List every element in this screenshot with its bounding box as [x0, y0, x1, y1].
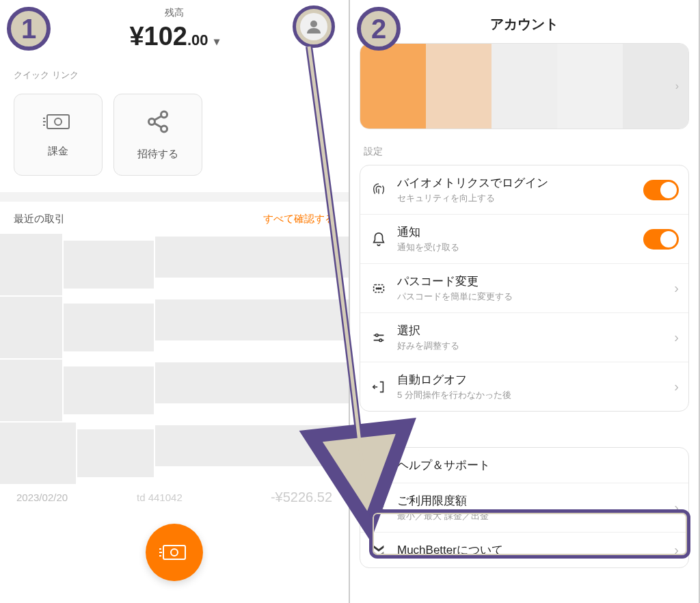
help-icon: ?	[370, 458, 388, 473]
info-group: ? ヘルプ＆サポート ご利用限度額最小／最大 課金／出金 › MuchBette…	[360, 447, 689, 568]
logout-icon	[370, 379, 388, 394]
passcode-icon	[370, 281, 388, 296]
step-badge-1: 1	[7, 7, 51, 51]
info-limits[interactable]: ご利用限度額最小／最大 課金／出金 ›	[360, 483, 688, 533]
svg-rect-1	[47, 115, 69, 129]
cash-icon	[43, 112, 73, 134]
svg-point-22	[375, 334, 378, 336]
settings-notifications[interactable]: 通知通知を受け取る	[360, 215, 688, 264]
transfer-icon	[370, 500, 388, 515]
cash-icon	[159, 543, 189, 562]
fab-deposit-button[interactable]	[146, 524, 203, 581]
svg-line-9	[154, 116, 162, 120]
settings-biometrics[interactable]: バイオメトリクスでログインセキュリティを向上する	[360, 165, 688, 215]
transaction-row[interactable]	[0, 234, 349, 295]
svg-point-23	[379, 338, 382, 341]
fingerprint-icon	[370, 183, 388, 198]
brand-icon	[370, 543, 388, 558]
transaction-row[interactable]	[0, 423, 349, 484]
balance-cents: .00	[187, 31, 208, 49]
transaction-id: td 441042	[137, 492, 183, 503]
svg-text:?: ?	[376, 460, 381, 470]
quick-invite-button[interactable]: 招待する	[113, 94, 202, 176]
settings-group: バイオメトリクスでログインセキュリティを向上する 通知通知を受け取る パスコード…	[360, 165, 689, 412]
settings-auto-logoff[interactable]: 自動ログオフ5 分間操作を行わなかった後 ›	[360, 362, 688, 411]
quick-deposit-label: 課金	[48, 145, 68, 158]
settings-passcode[interactable]: パスコード変更パスコードを簡単に変更する ›	[360, 264, 688, 313]
divider	[0, 192, 349, 202]
transaction-date: 2023/02/20	[16, 492, 68, 503]
recent-transactions-label: 最近の取引	[14, 213, 65, 226]
chevron-right-icon: ›	[674, 542, 679, 558]
svg-point-6	[161, 111, 167, 118]
bell-icon	[370, 232, 388, 247]
chevron-right-icon: ›	[674, 280, 679, 296]
toggle-on[interactable]	[643, 180, 679, 200]
transaction-amount: -¥5226.52	[271, 490, 332, 505]
svg-point-7	[149, 118, 155, 124]
chevron-right-icon: ›	[675, 80, 679, 92]
balance-selector[interactable]: ¥102.00 ▾	[129, 22, 219, 51]
info-group-label: 情報	[350, 424, 699, 447]
svg-point-18	[378, 288, 379, 289]
see-all-link[interactable]: すべて確認する	[263, 213, 335, 226]
svg-line-10	[154, 123, 162, 127]
info-about[interactable]: MuchBetterについて ›	[360, 533, 688, 567]
svg-rect-11	[163, 546, 185, 559]
account-panel: 2 アカウント › 設定 バイオメトリクスでログインセキュリティを向上する 通知…	[350, 0, 700, 603]
info-help[interactable]: ? ヘルプ＆サポート	[360, 448, 688, 483]
chevron-right-icon: ›	[674, 500, 679, 515]
account-card[interactable]: ›	[360, 43, 689, 129]
profile-button[interactable]	[293, 5, 335, 48]
svg-point-12	[171, 549, 178, 556]
settings-group-label: 設定	[350, 142, 699, 165]
transaction-row[interactable]	[0, 360, 349, 421]
home-panel: 1 残高 ¥102.00 ▾ クイック リンク 課金 招待する 最近の取引 すべ	[0, 0, 350, 603]
quick-deposit-button[interactable]: 課金	[14, 94, 103, 176]
svg-point-19	[380, 288, 381, 289]
chevron-right-icon: ›	[674, 379, 679, 394]
svg-point-8	[161, 126, 167, 132]
toggle-on[interactable]	[643, 229, 679, 250]
quick-invite-label: 招待する	[137, 148, 178, 161]
svg-point-17	[376, 288, 377, 289]
transaction-row[interactable]	[0, 297, 349, 358]
transactions-list: 2023/02/20 td 441042 -¥5226.52	[0, 234, 349, 509]
page-title: アカウント	[350, 0, 699, 43]
balance-main: ¥102	[129, 22, 187, 51]
step-badge-2: 2	[357, 7, 401, 51]
chevron-down-icon: ▾	[214, 35, 219, 48]
quick-links: 課金 招待する	[0, 85, 349, 192]
svg-point-0	[310, 21, 317, 27]
settings-preferences[interactable]: 選択好みを調整する ›	[360, 313, 688, 362]
sliders-icon	[370, 330, 388, 345]
svg-point-2	[55, 118, 62, 125]
chevron-right-icon: ›	[674, 330, 679, 345]
profile-icon	[300, 13, 327, 40]
quick-links-label: クイック リンク	[0, 65, 349, 85]
share-icon	[146, 109, 170, 137]
